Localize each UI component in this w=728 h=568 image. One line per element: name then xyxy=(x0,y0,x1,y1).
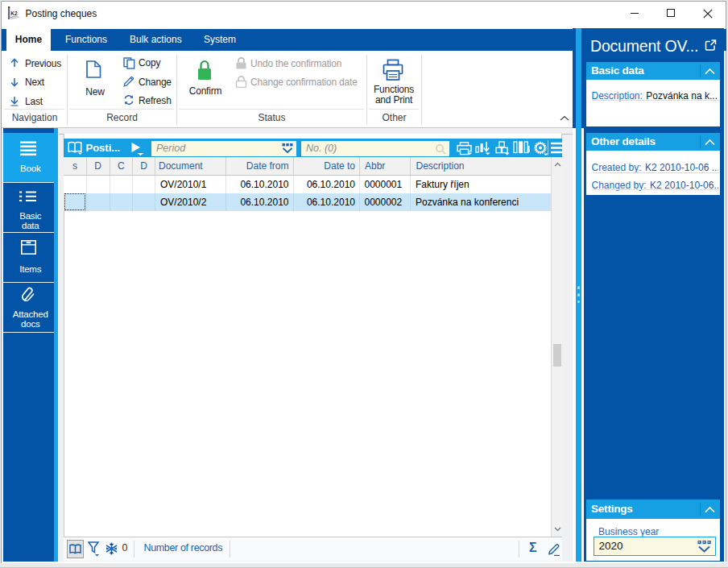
svg-text:K2: K2 xyxy=(10,10,18,16)
